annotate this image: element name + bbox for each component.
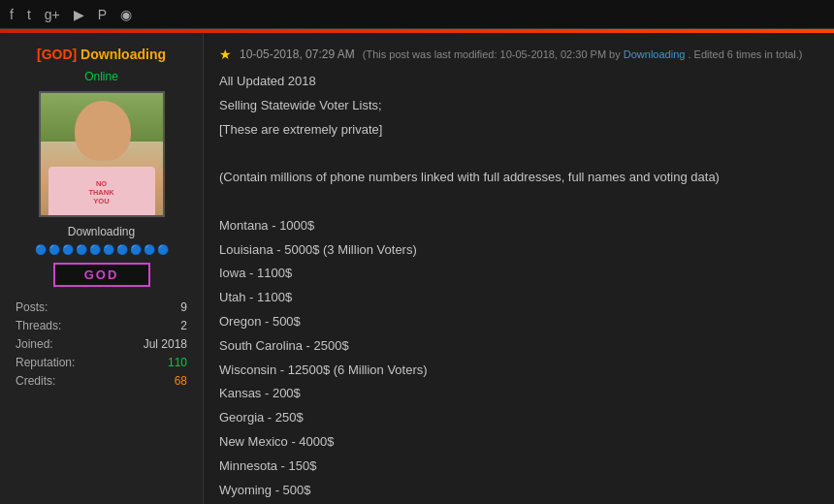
top-bar: f t g+ ▶ P ◉ [0, 0, 834, 29]
post-line: [These are extremely private] [219, 120, 818, 141]
post-line: Minnesota - 150$ [219, 457, 818, 477]
googleplus-icon[interactable]: g+ [45, 7, 60, 22]
post-meta: (This post was last modified: 10-05-2018… [363, 48, 803, 60]
rank-icon-6: 🔵 [103, 244, 114, 255]
post-line: New Mexico - 4000$ [219, 432, 818, 453]
pinterest-icon[interactable]: P [98, 7, 107, 22]
post-line: Utah - 1100$ [219, 288, 818, 308]
stat-reputation: Reputation: 110 [16, 356, 187, 369]
stat-posts: Posts: 9 [16, 300, 187, 314]
rank-icon-1: 🔵 [35, 244, 47, 255]
avatar: NOTHANKYOU [39, 91, 165, 217]
post-line: Kansas - 200$ [219, 384, 818, 404]
avatar-label: Downloading [10, 225, 193, 238]
post-line: Selling Statewide Voter Lists; [219, 96, 818, 116]
username-prefix: [GOD] [37, 47, 77, 62]
post-line: Georgia - 250$ [219, 408, 818, 428]
rank-icon-3: 🔵 [62, 244, 74, 255]
post-line: Iowa - 1100$ [219, 264, 818, 284]
post-body: All Updated 2018Selling Statewide Voter … [219, 72, 818, 504]
rank-icon-4: 🔵 [76, 244, 87, 255]
stat-credits: Credits: 68 [16, 374, 187, 388]
post-line: Wisconsin - 12500$ (6 Million Voters) [219, 361, 818, 381]
post-date: 10-05-2018, 07:29 AM [240, 47, 355, 61]
post-meta-author[interactable]: Downloading [624, 48, 686, 60]
posts-label: Posts: [16, 300, 48, 314]
posts-value: 9 [180, 300, 187, 314]
post-line: Wyoming - 500$ [219, 481, 818, 501]
post-line [219, 192, 818, 212]
god-badge: GOD [53, 263, 150, 287]
credits-label: Credits: [16, 374, 55, 388]
post-line: All Updated 2018 [219, 72, 818, 92]
sidebar: [GOD] Downloading Online NOTHANKYOU Down… [0, 33, 204, 504]
post-area: ★ 10-05-2018, 07:29 AM (This post was la… [204, 33, 834, 504]
post-line: South Carolina - 2500$ [219, 336, 818, 357]
rank-icon-10: 🔵 [157, 244, 169, 255]
facebook-icon[interactable]: f [10, 7, 14, 22]
online-status: Online [10, 70, 193, 83]
twitter-icon[interactable]: t [27, 7, 31, 22]
stat-joined: Joined: Jul 2018 [16, 337, 187, 351]
rank-icon-7: 🔵 [116, 244, 128, 255]
post-line: Louisiana - 5000$ (3 Million Voters) [219, 240, 818, 261]
icon-row: 🔵 🔵 🔵 🔵 🔵 🔵 🔵 🔵 🔵 🔵 [10, 244, 193, 255]
post-line: Oregon - 500$ [219, 312, 818, 332]
joined-value: Jul 2018 [144, 337, 187, 351]
rank-icon-8: 🔵 [130, 244, 142, 255]
post-header: ★ 10-05-2018, 07:29 AM (This post was la… [219, 47, 818, 62]
rank-icon-9: 🔵 [144, 244, 155, 255]
username-header: [GOD] Downloading [10, 47, 193, 62]
rank-icon-5: 🔵 [89, 244, 101, 255]
reputation-label: Reputation: [16, 356, 75, 369]
username-name: Downloading [77, 47, 166, 62]
post-meta-end: . Edited 6 times in total.) [688, 48, 802, 60]
threads-value: 2 [180, 319, 187, 332]
avatar-image: NOTHANKYOU [41, 91, 163, 217]
post-meta-text: (This post was last modified: 10-05-2018… [363, 48, 621, 60]
other-icon[interactable]: ◉ [120, 7, 132, 22]
threads-label: Threads: [16, 319, 61, 332]
post-line [219, 143, 818, 164]
youtube-icon[interactable]: ▶ [74, 7, 84, 22]
post-line: (Contain millions of phone numbers linke… [219, 168, 818, 188]
reputation-value: 110 [168, 356, 187, 369]
star-icon: ★ [219, 47, 232, 62]
rank-icon-2: 🔵 [48, 244, 60, 255]
credits-value: 68 [175, 374, 187, 388]
main-layout: [GOD] Downloading Online NOTHANKYOU Down… [0, 33, 834, 504]
profile-stats: Posts: 9 Threads: 2 Joined: Jul 2018 Rep… [10, 297, 193, 396]
stat-threads: Threads: 2 [16, 319, 187, 332]
joined-label: Joined: [16, 337, 53, 351]
post-line: Montana - 1000$ [219, 216, 818, 236]
